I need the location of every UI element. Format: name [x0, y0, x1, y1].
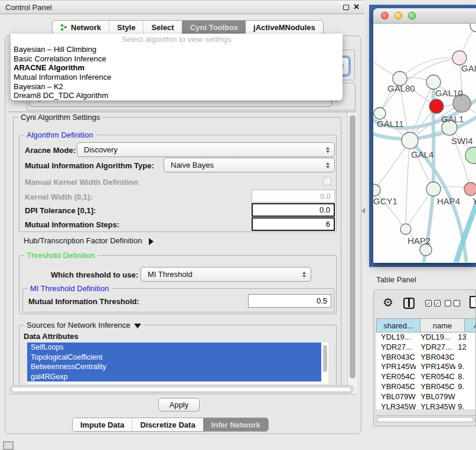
- network-node-gal11[interactable]: [374, 107, 386, 119]
- scrollbar-thumb[interactable]: [377, 417, 474, 422]
- network-edge[interactable]: [406, 141, 410, 229]
- network-node-y[interactable]: [464, 182, 476, 195]
- network-window[interactable]: GALGAL80GAL10GAL1GAL11SWI4GAL4GCY1HAP4YH…: [373, 8, 476, 263]
- network-edge[interactable]: [400, 57, 459, 79]
- tab-infer-network[interactable]: Infer Network: [203, 418, 268, 431]
- tab-label: Style: [117, 23, 135, 32]
- network-node[interactable]: [465, 147, 476, 164]
- table-cell: YLR345W: [376, 402, 416, 409]
- mi-threshold-input[interactable]: [248, 294, 331, 308]
- node-label: GAL4: [411, 149, 433, 159]
- hub-section-toggle[interactable]: Hub/Transcription Factor Definition: [24, 236, 154, 245]
- table-horizontal-scrollbar[interactable]: [375, 415, 476, 423]
- tab-discretize-data[interactable]: Discretize Data: [132, 418, 203, 431]
- network-node[interactable]: [420, 244, 432, 256]
- table-cell: 9.: [455, 402, 476, 409]
- list-item[interactable]: TopologicalCoefficient: [27, 353, 321, 363]
- dropdown-item[interactable]: Basic Correlation Inference: [11, 54, 343, 64]
- zoom-traffic-light-icon[interactable]: [408, 12, 416, 19]
- which-threshold-value: MI Threshold: [148, 270, 193, 279]
- kernel-width-input[interactable]: [252, 190, 335, 203]
- columns-icon[interactable]: [403, 298, 415, 309]
- mi-type-combo[interactable]: Naive Bayes: [164, 158, 335, 172]
- dropdown-item[interactable]: Mutual Information Inference: [11, 73, 343, 82]
- scrollbar-thumb[interactable]: [11, 387, 351, 392]
- table-row[interactable]: YLR345WYLR345W9.: [376, 402, 476, 409]
- aracne-mode-combo[interactable]: Discovery: [77, 142, 335, 157]
- dpi-tolerance-label: DPI Tolerance [0,1]:: [25, 206, 96, 215]
- tab-impute-data[interactable]: Impute Data: [73, 418, 132, 431]
- node-label: GAL: [461, 63, 476, 73]
- export-table-icon[interactable]: [470, 296, 476, 308]
- mi-steps-label: Mutual Information Steps:: [25, 220, 119, 229]
- dropdown-item[interactable]: ARACNE Algorithm: [11, 63, 343, 73]
- vertical-scrollbar[interactable]: [347, 112, 357, 394]
- table-row[interactable]: YBR043CYBR043C: [376, 353, 476, 363]
- tab-select[interactable]: Select: [143, 21, 181, 34]
- dropdown-item[interactable]: Dream8 DC_TDC Algorithm: [11, 91, 343, 100]
- horizontal-scrollbar[interactable]: [9, 385, 354, 393]
- network-node[interactable]: [470, 24, 476, 32]
- algorithm-definition-title: Algorithm Definition: [24, 131, 96, 139]
- table-row[interactable]: YPR145WYPR145W9.: [376, 362, 476, 372]
- network-node[interactable]: [429, 99, 444, 113]
- apply-button[interactable]: Apply: [158, 398, 200, 412]
- tab-network[interactable]: Network: [53, 21, 109, 34]
- table-row[interactable]: YBR045CYBR045C9.: [376, 382, 476, 392]
- list-item[interactable]: SelfLoops: [27, 343, 321, 353]
- which-threshold-combo[interactable]: MI Threshold: [141, 267, 311, 282]
- tab-jactivemnodules[interactable]: jActiveMNodules: [246, 21, 323, 34]
- table-cell: 9.: [455, 362, 476, 372]
- list-scrollbar-thumb[interactable]: [323, 345, 327, 372]
- network-edge[interactable]: [374, 141, 410, 190]
- minimize-traffic-light-icon[interactable]: [395, 12, 402, 19]
- select-all-columns-icon[interactable]: ✓ ✓: [425, 300, 441, 306]
- table-panel-title: Table Panel: [376, 275, 416, 284]
- gear-icon[interactable]: ⚙: [383, 295, 393, 309]
- table-row[interactable]: YBL079WYBL079W: [376, 392, 476, 402]
- table-cell: YBR045C: [416, 382, 455, 392]
- network-node-hap4[interactable]: [426, 182, 441, 196]
- tab-label: Discretize Data: [140, 420, 195, 429]
- network-node-hap2[interactable]: [400, 224, 411, 234]
- close-traffic-light-icon[interactable]: [381, 12, 389, 19]
- mi-steps-input[interactable]: [252, 217, 335, 231]
- list-item[interactable]: BetweennessCentrality: [27, 362, 321, 372]
- algorithm-dropdown-popup: Select algorithm to view settings Bayesi…: [11, 34, 343, 100]
- table-row[interactable]: YER054CYER054C8.: [376, 372, 476, 382]
- table-cell: YDL19...: [416, 332, 455, 343]
- data-attributes-label: Data Attributes: [24, 332, 79, 341]
- unchecked-box-icon: [445, 300, 451, 306]
- manual-kernel-checkbox[interactable]: [323, 177, 331, 185]
- table-cell: YBR043C: [376, 353, 416, 363]
- scrollbar-thumb[interactable]: [350, 115, 356, 379]
- table-row[interactable]: YDL19...YDL19...13: [376, 332, 476, 343]
- dpi-tolerance-input[interactable]: [252, 203, 335, 217]
- panel-dock-icon[interactable]: [3, 441, 14, 450]
- splitter-collapse-handle[interactable]: [361, 208, 365, 214]
- float-window-icon[interactable]: [343, 5, 349, 10]
- mi-type-value: Naive Bayes: [171, 161, 214, 169]
- table-cell: YPR145W: [416, 362, 455, 372]
- tab-label: Cyni Toolbox: [190, 23, 238, 32]
- network-node-gal10[interactable]: [426, 75, 441, 89]
- sources-group-title[interactable]: Sources for Network Inference: [24, 321, 144, 330]
- column-header[interactable]: name: [420, 318, 465, 332]
- column-header[interactable]: shared...: [376, 318, 420, 332]
- which-threshold-label: Which threshold to use:: [51, 270, 138, 279]
- close-icon[interactable]: ✕: [353, 4, 360, 10]
- dropdown-items: Bayesian – Hill ClimbingBasic Correlatio…: [11, 45, 343, 100]
- data-attributes-list[interactable]: SelfLoopsTopologicalCoefficientBetweenne…: [27, 343, 328, 384]
- table-row[interactable]: YDR27...YDR27...12: [376, 343, 476, 353]
- column-header[interactable]: A: [465, 318, 476, 332]
- tab-style[interactable]: Style: [109, 21, 143, 34]
- list-item[interactable]: gal4RGexp: [27, 372, 321, 382]
- dropdown-item[interactable]: Bayesian – Hill Climbing: [11, 45, 343, 54]
- deselect-all-columns-icon[interactable]: [445, 300, 460, 306]
- dropdown-item[interactable]: Bayesian – K2: [11, 82, 343, 92]
- network-node-gcy1[interactable]: [373, 184, 380, 196]
- network-node-gal4[interactable]: [402, 132, 418, 149]
- network-canvas[interactable]: GALGAL80GAL10GAL1GAL11SWI4GAL4GCY1HAP4YH…: [373, 24, 476, 262]
- network-view-panel: GALGAL80GAL10GAL1GAL11SWI4GAL4GCY1HAP4YH…: [369, 5, 476, 267]
- tab-cyni-toolbox[interactable]: Cyni Toolbox: [182, 21, 246, 34]
